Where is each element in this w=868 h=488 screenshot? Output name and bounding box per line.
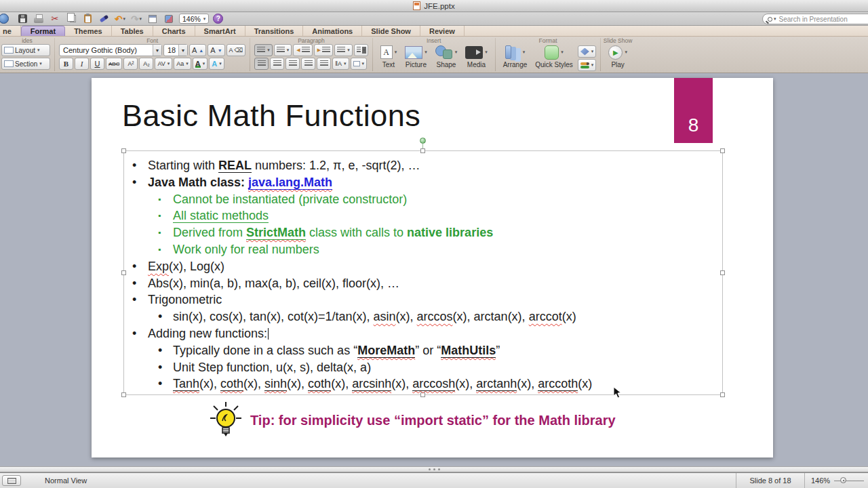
play-slideshow-button[interactable]: ▶▾ Play — [605, 44, 631, 68]
zoom-value: 146% — [182, 15, 201, 23]
text-segment: java.lang.Math — [248, 176, 332, 190]
text-segment: REAL — [218, 159, 252, 173]
bullet-marker: ▪ — [158, 224, 161, 241]
ribbon: ides Layout▾ Section▾ Font Century Gothi… — [0, 37, 868, 73]
grow-font-button[interactable]: A▲ — [189, 44, 206, 56]
font-name-combo[interactable]: Century Gothic (Body) ▼ — [59, 44, 162, 56]
tab-themes[interactable]: Themes — [65, 26, 112, 36]
tab-transitions[interactable]: Transitions — [245, 26, 304, 36]
resize-handle[interactable] — [420, 148, 425, 153]
cut-button[interactable]: ✂ — [49, 13, 61, 25]
character-spacing-button[interactable]: AV▾ — [155, 58, 172, 70]
align-center-button[interactable] — [270, 58, 284, 70]
layout-button[interactable]: Layout▾ — [1, 44, 50, 56]
normal-view-button[interactable] — [2, 475, 21, 486]
normal-view-icon — [7, 478, 16, 484]
decrease-indent-button[interactable]: ◀ — [293, 44, 312, 56]
resize-handle[interactable] — [720, 148, 725, 153]
insert-media-button[interactable]: ▾ Media — [462, 44, 491, 68]
text-segment: (x), — [287, 377, 308, 390]
help-button[interactable]: ? — [213, 14, 223, 24]
increase-indent-button[interactable]: ▶ — [314, 44, 333, 56]
print-button[interactable] — [33, 13, 45, 25]
align-right-button[interactable] — [285, 58, 300, 70]
insert-shape-button[interactable]: ▾ Shape — [432, 44, 461, 68]
text-effects-button[interactable]: A▾ — [209, 58, 224, 70]
save-button[interactable] — [16, 13, 28, 25]
format-painter-button[interactable] — [98, 13, 110, 25]
bullets-button[interactable]: ▾ — [254, 44, 273, 56]
text-segment: Trigonometric — [148, 293, 222, 306]
slide-canvas[interactable]: Basic Math Functions 8 •Starting with RE… — [92, 78, 773, 458]
content-textbox[interactable]: •Starting with REAL numbers: 1.2, π, e, … — [123, 150, 723, 395]
resize-handle[interactable] — [121, 148, 126, 153]
rotate-handle[interactable] — [420, 138, 426, 144]
arrange-button[interactable]: ▾ Arrange — [500, 44, 531, 68]
text-segment: All static methods — [173, 209, 269, 223]
change-case-button[interactable]: Aa▾ — [174, 58, 191, 70]
font-color-button[interactable]: A▾ — [193, 58, 208, 70]
slide-title[interactable]: Basic Math Functions — [122, 98, 420, 134]
media-browser-button[interactable] — [163, 13, 175, 25]
zoom-slider[interactable] — [834, 481, 864, 481]
align-left-button[interactable] — [254, 58, 269, 70]
text-segment: sinh — [264, 377, 287, 391]
columns-button[interactable]: ▾ — [354, 44, 368, 56]
pane-splitter[interactable] — [0, 466, 868, 472]
numbering-button[interactable]: ▾ — [274, 44, 292, 56]
text-direction-button[interactable]: ‖A▾ — [332, 58, 349, 70]
font-size-combo[interactable]: 18 ▼ — [163, 44, 188, 56]
bullet-marker: • — [158, 342, 162, 359]
tab-ne[interactable]: ne — [0, 26, 21, 36]
paste-button[interactable] — [81, 13, 94, 25]
lightbulb-icon — [208, 401, 243, 440]
undo-button[interactable]: ↶▾ — [114, 13, 126, 25]
section-button[interactable]: Section▾ — [1, 58, 50, 70]
paragraph-group: Paragraph ▾ ▾ ◀ ▶ ▾ ▾ ‖A▾ ▾ — [250, 37, 372, 73]
shape-line-button[interactable]: ▾ — [578, 59, 597, 71]
undo-icon: ↶ — [115, 14, 123, 24]
resize-handle[interactable] — [720, 392, 725, 397]
tab-slide-show[interactable]: Slide Show — [362, 26, 420, 36]
toolbox-button[interactable] — [146, 13, 159, 25]
tab-review[interactable]: Review — [420, 26, 465, 36]
shrink-font-button[interactable]: A▼ — [208, 44, 224, 56]
titlebar[interactable]: JFE.pptx — [0, 0, 868, 12]
redo-button[interactable]: ↷▾ — [130, 13, 142, 25]
slideshow-group-label: Slide Show — [601, 37, 635, 44]
text-segment: arctanh — [476, 377, 517, 391]
play-icon: ▶ — [608, 45, 623, 60]
insert-picture-button[interactable]: ▾ Picture — [401, 44, 431, 68]
copy-button[interactable] — [65, 13, 77, 25]
tab-format[interactable]: Format — [21, 26, 65, 36]
zoom-combo[interactable]: 146%▾ — [179, 14, 209, 24]
text-anchor-button[interactable]: ▾ — [351, 58, 368, 70]
underline-button[interactable]: U — [90, 58, 104, 70]
strikethrough-button[interactable]: ABC — [106, 58, 122, 70]
tab-animations[interactable]: Animations — [303, 26, 362, 36]
shape-fill-button[interactable]: ▾ — [578, 45, 597, 58]
bold-button[interactable]: B — [59, 58, 73, 70]
insert-text-button[interactable]: A▾ Text — [377, 44, 401, 68]
subscript-button[interactable]: A₂ — [139, 58, 153, 70]
bullet-line: •Trigonometric — [124, 291, 722, 308]
search-field[interactable]: ▾ Search in Presentation — [762, 14, 868, 24]
italic-button[interactable]: I — [75, 58, 89, 70]
line-spacing-button[interactable]: ▾ — [334, 44, 353, 56]
zoom-slider-knob[interactable] — [840, 477, 846, 483]
tab-smartart[interactable]: SmartArt — [195, 26, 245, 36]
tab-charts[interactable]: Charts — [153, 26, 195, 36]
clear-formatting-button[interactable]: A⌫ — [226, 44, 246, 56]
tab-tables[interactable]: Tables — [112, 26, 153, 36]
text-segment: arccosh — [412, 377, 455, 391]
open-button[interactable] — [0, 13, 12, 25]
quick-styles-button[interactable]: ▾ Quick Styles — [532, 44, 576, 68]
justify-button[interactable] — [301, 58, 315, 70]
text-segment: arccoth — [538, 377, 578, 391]
superscript-button[interactable]: A² — [123, 58, 138, 70]
resize-handle[interactable] — [121, 392, 126, 397]
view-mode-label: Normal View — [45, 476, 87, 485]
resize-handle[interactable] — [420, 392, 425, 397]
toolbox-icon — [149, 15, 157, 23]
distribute-text-button[interactable] — [317, 58, 331, 70]
